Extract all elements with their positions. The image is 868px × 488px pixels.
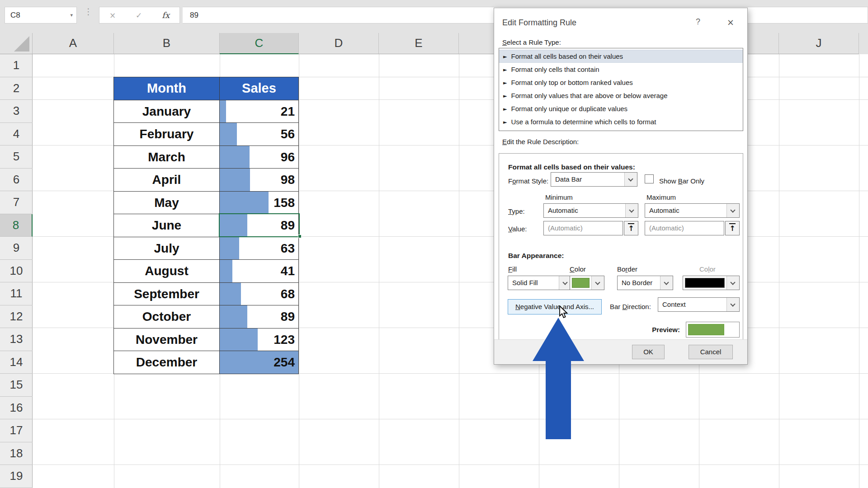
rule-type-option-1[interactable]: ►Format all cells based on their values (499, 50, 743, 63)
row-header-5[interactable]: 5 (0, 145, 33, 169)
row-header-11[interactable]: 11 (0, 282, 33, 305)
chevron-down-icon[interactable] (625, 204, 638, 217)
chevron-down-icon[interactable]: ▾ (70, 7, 73, 23)
row-header-19[interactable]: 19 (0, 465, 33, 488)
sales-cell[interactable]: 98 (220, 169, 299, 192)
month-cell[interactable]: March (114, 146, 220, 169)
show-bar-only-checkbox[interactable] (645, 174, 654, 183)
column-header-E[interactable]: E (379, 33, 459, 54)
month-cell[interactable]: October (114, 305, 220, 328)
row-header-1[interactable]: 1 (0, 54, 33, 77)
close-icon[interactable]: × (725, 17, 736, 27)
row-header-10[interactable]: 10 (0, 260, 33, 283)
chevron-down-icon[interactable] (591, 276, 604, 290)
column-header-B[interactable]: B (114, 33, 220, 54)
annotation-arrow-up (529, 316, 588, 441)
row-header-12[interactable]: 12 (0, 305, 33, 328)
chevron-down-icon[interactable] (726, 298, 739, 311)
month-cell[interactable]: November (114, 328, 220, 352)
cancel-button[interactable]: Cancel (689, 345, 733, 359)
row-header-4[interactable]: 4 (0, 123, 33, 146)
rule-type-option-5[interactable]: ►Format only unique or duplicate values (499, 102, 743, 115)
fill-dropdown[interactable]: Solid Fill (508, 276, 572, 290)
value-minimum-input[interactable]: (Automatic) (543, 221, 623, 235)
sales-cell[interactable]: 89 (220, 305, 299, 328)
row-header-16[interactable]: 16 (0, 397, 33, 420)
preview-bar-swatch (688, 324, 724, 335)
table-row-march: March96 (114, 146, 299, 169)
row-header-15[interactable]: 15 (0, 374, 33, 397)
fill-color-dropdown[interactable] (570, 276, 604, 290)
type-minimum-dropdown[interactable]: Automatic (543, 203, 638, 218)
month-cell[interactable]: February (114, 123, 220, 146)
fill-handle[interactable] (298, 235, 302, 238)
column-header-A[interactable]: A (33, 33, 114, 54)
row-header-14[interactable]: 14 (0, 351, 33, 374)
select-all-button[interactable] (0, 33, 33, 54)
sales-cell[interactable]: 63 (220, 237, 299, 260)
row-header-9[interactable]: 9 (0, 237, 33, 260)
help-icon[interactable]: ? (692, 17, 704, 27)
bar-direction-dropdown[interactable]: Context (658, 297, 740, 312)
table-row-december: December254 (114, 351, 299, 374)
rule-type-option-2[interactable]: ►Format only cells that contain (499, 63, 743, 76)
row-header-3[interactable]: 3 (0, 100, 33, 123)
ok-button[interactable]: OK (632, 345, 665, 359)
sales-cell[interactable]: 158 (220, 192, 299, 215)
month-cell[interactable]: January (114, 100, 220, 123)
sales-cell[interactable]: 56 (220, 123, 299, 146)
column-header-D[interactable]: D (299, 33, 379, 54)
type-maximum-dropdown[interactable]: Automatic (645, 203, 740, 218)
insert-function-icon[interactable]: fx (162, 10, 170, 20)
month-cell[interactable]: May (114, 192, 220, 215)
rule-type-option-3[interactable]: ►Format only top or bottom ranked values (499, 76, 743, 89)
month-cell[interactable]: July (114, 237, 220, 260)
row-header-17[interactable]: 17 (0, 419, 33, 442)
sales-header-cell[interactable]: Sales (220, 77, 299, 100)
collapse-dialog-button[interactable]: ↑ (624, 221, 638, 235)
sales-cell[interactable]: 96 (220, 146, 299, 169)
month-value: December (114, 351, 219, 373)
month-value: April (114, 169, 219, 191)
column-header-J[interactable]: J (779, 33, 859, 54)
chevron-down-icon[interactable] (726, 276, 739, 290)
value-maximum-input[interactable]: (Automatic) (645, 221, 724, 235)
row-header-18[interactable]: 18 (0, 442, 33, 465)
row-header-7[interactable]: 7 (0, 191, 33, 214)
format-style-dropdown[interactable]: Data Bar (551, 172, 637, 187)
border-color-dropdown[interactable] (683, 276, 740, 290)
rule-type-option-4[interactable]: ►Format only values that are above or be… (499, 89, 743, 102)
sales-cell[interactable]: 68 (220, 283, 299, 306)
sales-cell[interactable]: 41 (220, 260, 299, 283)
border-dropdown[interactable]: No Border (617, 276, 673, 290)
row-header-6[interactable]: 6 (0, 169, 33, 192)
enter-icon[interactable]: ✓ (136, 11, 142, 20)
month-cell[interactable]: September (114, 283, 220, 306)
row-header-2[interactable]: 2 (0, 77, 33, 100)
month-cell[interactable]: December (114, 351, 220, 374)
sales-cell[interactable]: 21 (220, 100, 299, 123)
cancel-icon[interactable]: × (109, 11, 116, 20)
dialog-title: Edit Formatting Rule (502, 18, 576, 28)
sales-cell[interactable]: 123 (220, 328, 299, 352)
right-pointer-icon: ► (503, 80, 507, 86)
bar-appearance-heading: Bar Appearance: (508, 252, 564, 260)
month-cell[interactable]: April (114, 169, 220, 192)
chevron-down-icon[interactable] (726, 204, 739, 217)
column-header-C[interactable]: C (220, 33, 299, 54)
row-header-13[interactable]: 13 (0, 328, 33, 351)
formula-toolbar: × ✓ fx (99, 7, 180, 23)
select-all-triangle-icon (14, 36, 29, 52)
rule-type-option-6[interactable]: ►Use a formula to determine which cells … (499, 115, 743, 128)
month-cell[interactable]: August (114, 260, 220, 283)
month-header-cell[interactable]: Month (114, 77, 220, 100)
sales-value: 63 (220, 237, 298, 259)
collapse-dialog-button[interactable]: ↑ (725, 221, 740, 235)
chevron-down-icon[interactable] (660, 276, 673, 290)
negative-value-and-axis-button[interactable]: Negative Value and Axis... (508, 299, 602, 314)
name-box[interactable]: C8 ▾ (5, 7, 77, 23)
month-cell[interactable]: June (114, 214, 220, 237)
chevron-down-icon[interactable] (624, 173, 637, 186)
row-header-8[interactable]: 8 (0, 214, 33, 237)
sales-cell[interactable]: 254 (220, 351, 299, 374)
